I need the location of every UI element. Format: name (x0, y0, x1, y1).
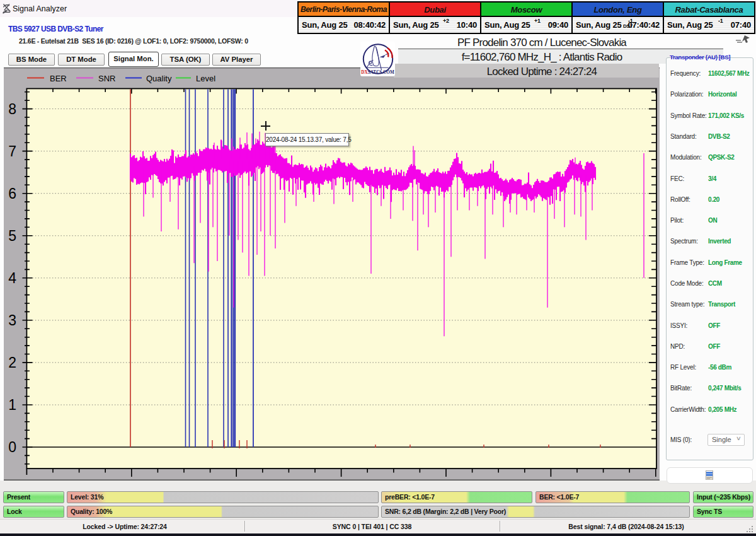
svg-text:7: 7 (8, 143, 16, 160)
svg-text:2: 2 (8, 354, 16, 371)
svg-text:8: 8 (8, 101, 16, 117)
svg-text:6: 6 (8, 185, 16, 202)
svg-text:4: 4 (8, 270, 16, 286)
svg-text:BER: BER (50, 74, 67, 83)
svg-text:5: 5 (8, 228, 16, 244)
svg-text:3: 3 (8, 312, 16, 329)
svg-text:1: 1 (8, 397, 16, 413)
svg-text:DXSATCS.COM: DXSATCS.COM (361, 70, 394, 75)
svg-text:0: 0 (8, 439, 16, 455)
svg-text:Quality: Quality (146, 74, 172, 83)
svg-text:Level: Level (196, 74, 215, 83)
svg-text:SNR: SNR (98, 74, 115, 83)
